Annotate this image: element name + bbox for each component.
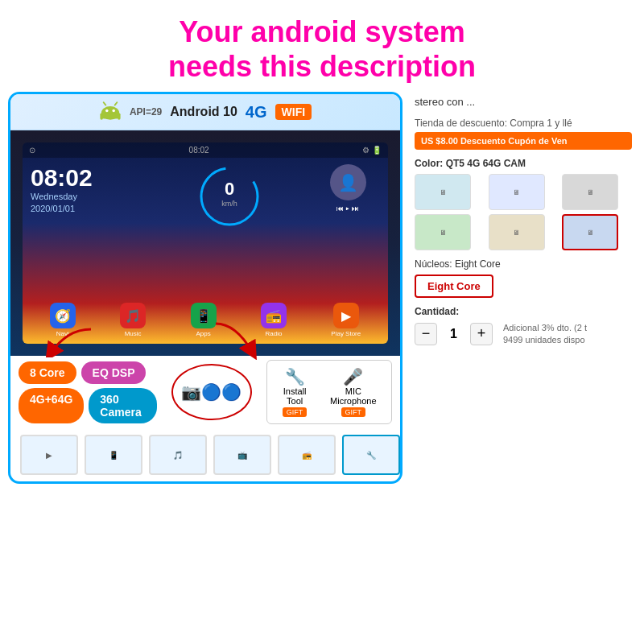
screen-day: Wednesday [31, 192, 143, 201]
header: Your android system needs this descripti… [0, 0, 644, 92]
thumb-1[interactable]: ▶ [20, 435, 78, 475]
mic-icon: 🎤 [325, 367, 382, 386]
color-swatch-4[interactable]: 🖥 [415, 214, 471, 250]
nav-icon-music[interactable]: 🎵 Music [120, 303, 146, 337]
color-swatch-5[interactable]: 🖥 [489, 214, 545, 250]
svg-text:0: 0 [225, 179, 234, 199]
color-swatch-6[interactable]: 🖥 [562, 214, 618, 250]
screen-bar-right: ⚙ 🔋 [362, 146, 382, 155]
nucleos-section: Núcleos: Eight Core Eight Core [415, 258, 632, 298]
tool-gift: GIFT [283, 407, 308, 417]
cameras-area: 📷🔵🔵 [163, 364, 260, 420]
android-version: Android 10 [170, 105, 237, 119]
music-icon: 🎵 [120, 303, 146, 328]
product-panel: API=29 Android 10 4G WIFI ⊙ 08:02 ⚙ 🔋 [8, 92, 402, 615]
svg-line-4 [104, 102, 106, 105]
discount-section: Tienda de descuento: Compra 1 y llé US $… [415, 118, 632, 150]
badge-row1: 8 Core EQ DSP [19, 361, 157, 384]
mic-name: MIC Microphone [325, 386, 382, 406]
badge-360cam: 360 Camera [89, 388, 156, 423]
thumb-6[interactable]: 🔧 [342, 435, 400, 475]
bottom-feature-row: 8 Core EQ DSP 4G+64G 360 Camera [10, 356, 400, 428]
header-line1: Your android system [179, 15, 464, 48]
screen-clock-area: 08:02 Wednesday 2020/01/01 [31, 164, 143, 229]
wifi-badge: WIFI [275, 104, 312, 120]
thumb-5[interactable]: 📻 [278, 435, 336, 475]
color-label: Color: QT5 4G 64G CAM [415, 158, 632, 169]
thumb-3[interactable]: 🎵 [149, 435, 207, 475]
screen-bar-time: 08:02 [189, 146, 209, 155]
android-icon [99, 101, 122, 123]
arrow-right-svg [212, 320, 260, 360]
fourg-badge: 4G [246, 103, 267, 122]
screen-date: 2020/01/01 [31, 204, 143, 213]
header-title: Your android system needs this descripti… [8, 14, 636, 84]
color-grid: 🖥 🖥 🖥 🖥 🖥 🖥 [415, 174, 632, 250]
nucleos-label: Núcleos: Eight Core [415, 258, 632, 270]
thumb-4[interactable]: 📺 [213, 435, 271, 475]
store-icon: ▶ [333, 303, 359, 328]
product-title: stereo con ... [415, 96, 632, 109]
qty-minus-button[interactable]: − [415, 323, 437, 345]
color-swatch-2[interactable]: 🖥 [489, 174, 545, 210]
qty-value: 1 [444, 327, 464, 341]
screen-bar-left: ⊙ [29, 146, 35, 155]
screen-top-bar: ⊙ 08:02 ⚙ 🔋 [23, 142, 388, 158]
qty-plus-button[interactable]: + [470, 323, 493, 345]
qty-note: Adicional 3% dto. (2 t 9499 unidades dis… [503, 322, 608, 345]
svg-text:km/h: km/h [221, 200, 237, 208]
svg-point-3 [112, 109, 115, 113]
discount-label: Tienda de descuento: Compra 1 y llé [415, 118, 632, 129]
speed-gauge-svg: 0 km/h [197, 164, 262, 229]
car-screen: ⊙ 08:02 ⚙ 🔋 08:02 Wednesday 2020/01/01 [10, 130, 400, 356]
thumb-2[interactable]: 📱 [85, 435, 142, 475]
camera-icons: 📷🔵🔵 [181, 382, 242, 402]
color-section: Color: QT5 4G 64G CAM 🖥 🖥 🖥 🖥 🖥 🖥 [415, 158, 632, 250]
nucleos-eight-core[interactable]: Eight Core [415, 275, 493, 298]
acc-install-tool: 🔧 Install Tool GIFT [277, 367, 313, 417]
svg-line-5 [115, 102, 118, 105]
mic-gift: GIFT [341, 407, 366, 417]
nav-icon-store[interactable]: ▶ Play Store [331, 303, 361, 337]
accessories-box: 🔧 Install Tool GIFT 🎤 MIC Microphone GIF… [266, 360, 392, 424]
color-swatch-3[interactable]: 🖥 [562, 174, 618, 210]
tool-name: Install Tool [277, 386, 313, 406]
svg-rect-1 [101, 114, 119, 119]
main-layout: API=29 Android 10 4G WIFI ⊙ 08:02 ⚙ 🔋 [0, 92, 644, 615]
screen-right-area: 👤 ⏮ ▶ ⏭ [316, 164, 380, 229]
product-image-container: API=29 Android 10 4G WIFI ⊙ 08:02 ⚙ 🔋 [8, 92, 402, 484]
right-panel: stereo con ... Tienda de descuento: Comp… [411, 92, 636, 615]
thumbnail-strip: ▶ 📱 🎵 📺 📻 🔧 [10, 428, 400, 481]
arrow-left-svg [43, 325, 99, 357]
svg-point-2 [105, 109, 109, 113]
cantidad-section: Cantidad: − 1 + Adicional 3% dto. (2 t 9… [415, 306, 632, 345]
discount-coupon[interactable]: US $8.00 Descuento Cupón de Ven [415, 132, 632, 150]
svg-rect-7 [118, 114, 121, 120]
nav-icon-radio[interactable]: 📻 Radio [261, 303, 287, 337]
cantidad-label: Cantidad: [415, 306, 632, 317]
tool-icon: 🔧 [277, 367, 313, 386]
feature-badges-area: 8 Core EQ DSP 4G+64G 360 Camera [19, 361, 157, 423]
radio-icon: 📻 [261, 303, 287, 328]
music-controls: ⏮ ▶ ⏭ [336, 204, 359, 213]
badge-4g64g: 4G+64G [19, 388, 84, 423]
qty-control: − 1 + Adicional 3% dto. (2 t 9499 unidad… [415, 322, 632, 345]
camera-circle: 📷🔵🔵 [171, 364, 252, 420]
color-swatch-1[interactable]: 🖥 [415, 174, 471, 210]
badge-row2: 4G+64G 360 Camera [19, 388, 157, 423]
android-badge-bar: API=29 Android 10 4G WIFI [10, 94, 400, 130]
avatar: 👤 [330, 164, 366, 200]
screen-gauge-area: 0 km/h [151, 164, 308, 229]
svg-rect-6 [100, 114, 103, 120]
screen-inner: ⊙ 08:02 ⚙ 🔋 08:02 Wednesday 2020/01/01 [23, 142, 388, 344]
api-badge: API=29 [130, 106, 162, 118]
badge-8core: 8 Core [19, 361, 76, 384]
header-line2: needs this description [168, 50, 476, 83]
acc-mic: 🎤 MIC Microphone GIFT [325, 367, 382, 417]
badge-eq: EQ DSP [81, 361, 147, 384]
screen-clock: 08:02 [31, 164, 143, 192]
